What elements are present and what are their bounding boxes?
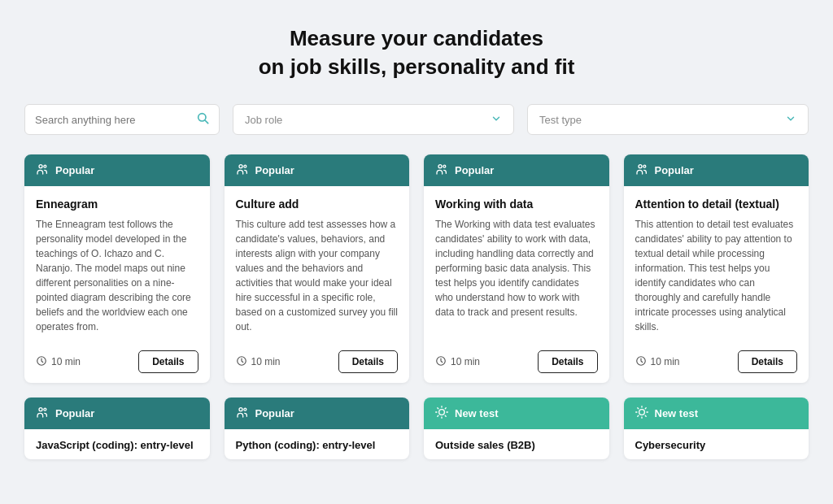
svg-point-11 [639,165,642,168]
card-title-0: Enneagram [36,198,198,211]
search-input[interactable] [35,114,191,126]
bottom-card-badge-0: Popular [24,398,210,429]
card-1: Popular Culture add This culture add tes… [225,154,410,383]
test-type-dropdown[interactable]: Test type [527,104,809,135]
card-title-1: Culture add [236,198,399,211]
svg-line-21 [438,408,438,409]
page-title: Measure your candidates on job skills, p… [24,24,809,81]
bottom-badge-icon-3 [635,406,648,421]
card-footer-2: 10 min Details [424,342,609,383]
svg-point-9 [443,165,446,167]
page-wrapper: Measure your candidates on job skills, p… [0,0,833,476]
bottom-badge-label-2: New test [455,407,498,419]
svg-point-2 [39,165,42,168]
card-desc-3: This attention to detail test evaluates … [635,217,798,334]
svg-point-27 [639,410,644,415]
search-box[interactable] [24,104,220,135]
card-badge-3: Popular [624,154,809,186]
card-body-0: Enneagram The Enneagram test follows the… [24,186,210,342]
card-badge-1: Popular [225,154,410,186]
svg-point-16 [239,408,242,411]
bottom-card-1: Popular Python (coding): entry-level [225,398,410,459]
svg-point-17 [243,408,246,411]
clock-icon-3 [635,355,647,369]
badge-icon-2 [435,163,448,178]
details-button-1[interactable]: Details [338,350,398,373]
svg-point-3 [44,165,46,167]
bottom-card-badge-3: New test [624,398,809,429]
badge-icon-1 [236,163,249,178]
details-button-3[interactable]: Details [738,350,797,373]
job-role-dropdown[interactable]: Job role [233,104,514,135]
card-footer-1: 10 min Details [225,342,410,383]
bottom-badge-icon-1 [236,406,249,421]
card-badge-0: Popular [24,154,210,186]
bottom-badge-label-0: Popular [55,407,94,419]
badge-label-1: Popular [255,164,294,176]
card-body-3: Attention to detail (textual) This atten… [624,186,809,342]
card-title-2: Working with data [435,198,598,211]
filters-row: Job role Test type [24,104,809,135]
card-time-1: 10 min [236,355,281,369]
card-2: Popular Working with data The Working wi… [424,154,609,383]
clock-icon-0 [36,355,47,369]
bottom-badge-label-1: Popular [255,407,294,419]
bottom-badge-icon-0 [36,406,49,421]
bottom-card-title-3: Cybersecurity [624,429,809,459]
time-label-3: 10 min [651,356,680,367]
svg-point-5 [239,165,242,168]
bottom-card-title-0: JavaScript (coding): entry-level [24,429,210,459]
svg-line-1 [205,120,208,124]
details-button-2[interactable]: Details [538,350,597,373]
svg-point-14 [39,408,42,411]
card-time-3: 10 min [635,355,680,369]
svg-point-12 [643,165,645,167]
svg-point-8 [438,165,442,168]
svg-point-18 [439,410,445,415]
svg-line-25 [438,415,438,416]
card-footer-3: 10 min Details [624,342,809,383]
time-label-0: 10 min [51,356,81,367]
svg-line-31 [645,415,646,416]
test-type-chevron-icon [785,113,796,127]
badge-label-2: Popular [455,164,494,176]
search-icon [196,111,209,128]
test-type-label: Test type [539,114,582,126]
card-time-2: 10 min [435,355,480,369]
svg-point-15 [44,408,46,411]
bottom-card-3: New test Cybersecurity [624,398,809,459]
badge-icon-0 [36,163,49,178]
clock-icon-1 [236,355,247,369]
svg-line-35 [645,408,646,409]
details-button-0[interactable]: Details [138,350,198,373]
badge-label-0: Popular [55,164,94,176]
bottom-card-badge-2: New test [424,398,609,429]
bottom-cards-grid: Popular JavaScript (coding): entry-level… [24,398,809,459]
card-desc-1: This culture add test assesses how a can… [236,217,399,334]
cards-grid: Popular Enneagram The Enneagram test fol… [24,154,809,383]
card-footer-0: 10 min Details [24,342,210,383]
job-role-label: Job role [245,114,282,126]
card-time-0: 10 min [36,355,81,369]
bottom-card-0: Popular JavaScript (coding): entry-level [24,398,210,459]
svg-line-22 [445,415,446,416]
badge-icon-3 [635,163,648,178]
badge-label-3: Popular [655,164,694,176]
svg-line-26 [445,408,446,409]
card-body-1: Culture add This culture add test assess… [225,186,410,342]
time-label-1: 10 min [251,356,281,367]
card-desc-2: The Working with data test evaluates can… [435,217,598,334]
svg-line-34 [637,415,638,416]
bottom-card-badge-1: Popular [225,398,410,429]
job-role-chevron-icon [491,113,502,127]
svg-line-30 [637,408,638,409]
time-label-2: 10 min [451,356,480,367]
bottom-card-title-2: Outside sales (B2B) [424,429,609,459]
clock-icon-2 [435,355,447,369]
bottom-badge-label-3: New test [655,407,698,419]
card-desc-0: The Enneagram test follows the personali… [36,217,198,334]
bottom-badge-icon-2 [435,406,448,421]
bottom-card-2: New test Outside sales (B2B) [424,398,609,459]
card-0: Popular Enneagram The Enneagram test fol… [24,154,210,383]
card-title-3: Attention to detail (textual) [635,198,798,211]
